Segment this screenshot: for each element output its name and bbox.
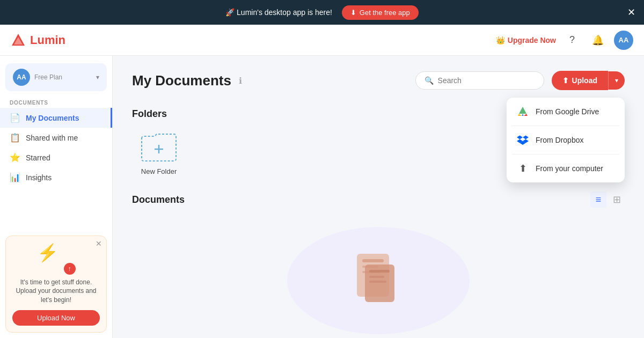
chevron-down-icon: ▾ — [96, 74, 99, 81]
sidebar-item-label: Shared with me — [26, 134, 78, 142]
promo-text: It's time to get stuff done. Upload your… — [12, 278, 100, 305]
upload-dropdown-button[interactable]: ▾ — [608, 71, 625, 90]
google-drive-label: From Google Drive — [536, 107, 599, 116]
banner-message: 🚀 Lumin's desktop app is here! — [225, 8, 332, 17]
notifications-button[interactable]: 🔔 — [588, 31, 608, 50]
documents-section: Documents ≡ ⊞ — [132, 192, 625, 338]
grid-icon: ⊞ — [613, 194, 621, 205]
search-icon: 🔍 — [425, 76, 434, 85]
page-title: My Documents — [132, 72, 231, 89]
help-icon: ? — [569, 34, 575, 46]
new-folder-card[interactable]: New Folder — [132, 131, 186, 175]
download-icon: ⬇ — [350, 9, 356, 17]
svg-marker-5 — [522, 114, 524, 116]
folders-title: Folders — [132, 108, 167, 120]
documents-section-header: Documents ≡ ⊞ — [132, 192, 625, 208]
header-actions: 👑 Upgrade Now ? 🔔 AA — [496, 31, 633, 50]
insights-icon: 📊 — [10, 172, 20, 182]
upload-button[interactable]: ⬆ Upload — [552, 71, 608, 90]
svg-marker-2 — [519, 107, 526, 114]
upload-dropdown-menu: From Google Drive From Dropbox — [507, 98, 625, 182]
crown-icon: 👑 — [496, 36, 505, 45]
svg-rect-15 — [369, 276, 384, 278]
google-drive-icon — [516, 105, 529, 118]
grid-view-button[interactable]: ⊞ — [609, 192, 625, 208]
upload-from-dropbox[interactable]: From Dropbox — [507, 126, 625, 154]
search-bar: 🔍 — [415, 71, 544, 90]
shared-icon: 📋 — [10, 133, 20, 143]
document-icon: 📄 — [10, 113, 20, 123]
user-info: Free Plan — [34, 74, 96, 81]
main-layout: AA Free Plan ▾ DOCUMENTS 📄 My Documents … — [0, 56, 644, 338]
computer-label: From your computer — [536, 164, 603, 173]
dropbox-label: From Dropbox — [536, 136, 583, 144]
lumin-logo-icon — [11, 33, 26, 48]
list-icon: ≡ — [596, 194, 602, 205]
page-header: My Documents ℹ 🔍 ⬆ Upload ▾ — [132, 71, 625, 90]
upload-from-google-drive[interactable]: From Google Drive — [507, 98, 625, 126]
promo-close-button[interactable]: ✕ — [96, 239, 102, 248]
chevron-down-icon: ▾ — [615, 77, 618, 84]
main-content: My Documents ℹ 🔍 ⬆ Upload ▾ — [113, 56, 644, 338]
documents-title: Documents — [132, 194, 185, 205]
computer-upload-icon: ⬆ — [516, 162, 529, 175]
sidebar-item-my-documents[interactable]: 📄 My Documents — [0, 108, 112, 128]
svg-rect-14 — [369, 270, 390, 273]
upgrade-button[interactable]: 👑 Upgrade Now — [496, 36, 556, 45]
dropbox-icon — [516, 134, 529, 146]
user-plan: Free Plan — [34, 74, 96, 81]
empty-documents — [132, 216, 625, 338]
header: Lumin 👑 Upgrade Now ? 🔔 AA — [0, 25, 644, 56]
user-avatar-button[interactable]: AA — [614, 31, 633, 50]
sidebar-promo: ✕ ⚡ ↑ It's time to get stuff done. Uploa… — [0, 230, 112, 338]
svg-marker-3 — [518, 114, 522, 116]
sidebar-item-shared-with-me[interactable]: 📋 Shared with me — [0, 128, 112, 148]
lightning-icon: ⚡ — [37, 243, 58, 263]
search-input[interactable] — [438, 76, 535, 85]
sidebar-item-starred[interactable]: ⭐ Starred — [0, 148, 112, 167]
logo: Lumin — [11, 33, 65, 48]
empty-state-svg — [319, 238, 437, 324]
list-view-button[interactable]: ≡ — [590, 192, 606, 208]
new-folder-label: New Folder — [141, 167, 177, 175]
bell-icon: 🔔 — [592, 34, 604, 46]
upload-now-button[interactable]: Upload Now — [12, 310, 100, 326]
sidebar-item-label: Insights — [26, 173, 52, 182]
banner-text: 🚀 Lumin's desktop app is here! ⬇ Get the… — [225, 5, 419, 20]
svg-marker-4 — [524, 114, 528, 116]
svg-rect-10 — [362, 259, 384, 262]
sidebar-item-label: Starred — [26, 153, 50, 162]
user-section[interactable]: AA Free Plan ▾ — [5, 63, 107, 91]
sidebar-user-avatar: AA — [13, 69, 30, 86]
info-icon[interactable]: ℹ — [239, 76, 242, 86]
upload-area: ⬆ Upload ▾ — [552, 71, 625, 90]
view-toggle: ≡ ⊞ — [590, 192, 625, 208]
svg-rect-16 — [369, 281, 386, 283]
logo-text: Lumin — [30, 33, 65, 47]
new-folder-icon — [140, 131, 178, 163]
promo-icons: ⚡ ↑ — [35, 243, 78, 275]
sidebar: AA Free Plan ▾ DOCUMENTS 📄 My Documents … — [0, 56, 113, 338]
sidebar-item-label: My Documents — [26, 114, 79, 122]
sidebar-item-insights[interactable]: 📊 Insights — [0, 167, 112, 187]
banner-close-button[interactable]: ✕ — [627, 6, 635, 18]
documents-section-label: DOCUMENTS — [0, 93, 112, 108]
upload-icon: ⬆ — [562, 76, 569, 85]
get-app-button[interactable]: ⬇ Get the free app — [342, 5, 419, 20]
upload-promo-card: ✕ ⚡ ↑ It's time to get stuff done. Uploa… — [5, 236, 107, 333]
help-button[interactable]: ? — [562, 31, 582, 50]
upload-from-computer[interactable]: ⬆ From your computer — [507, 155, 625, 182]
top-banner: 🚀 Lumin's desktop app is here! ⬇ Get the… — [0, 0, 644, 25]
upload-badge-icon: ↑ — [64, 263, 76, 275]
star-icon: ⭐ — [10, 152, 20, 163]
empty-illustration — [287, 227, 470, 334]
